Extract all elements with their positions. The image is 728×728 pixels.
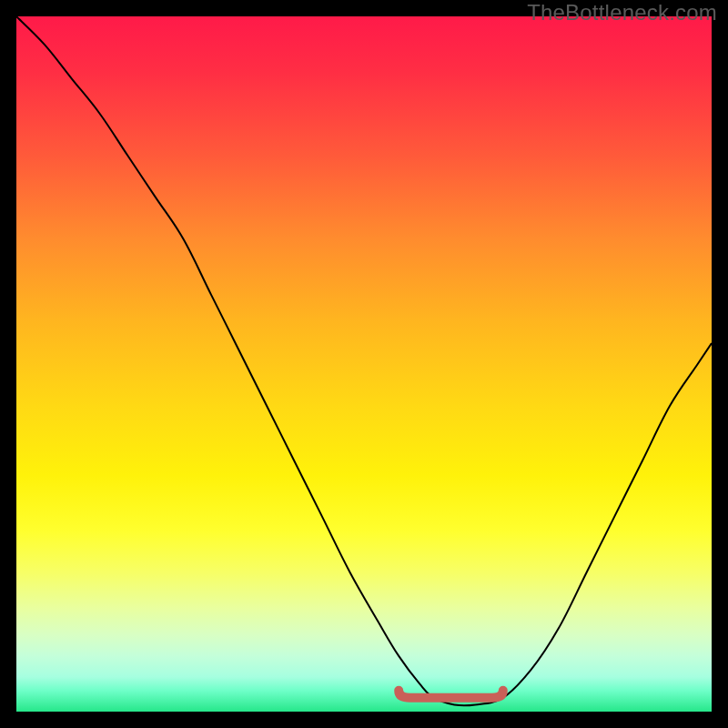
chart-frame: TheBottleneck.com: [0, 0, 728, 728]
chart-svg: [16, 16, 712, 712]
bottleneck-curve: [16, 16, 712, 705]
chart-plot-area: [16, 16, 712, 712]
watermark-text: TheBottleneck.com: [527, 0, 717, 25]
optimal-flat-region: [399, 691, 503, 698]
